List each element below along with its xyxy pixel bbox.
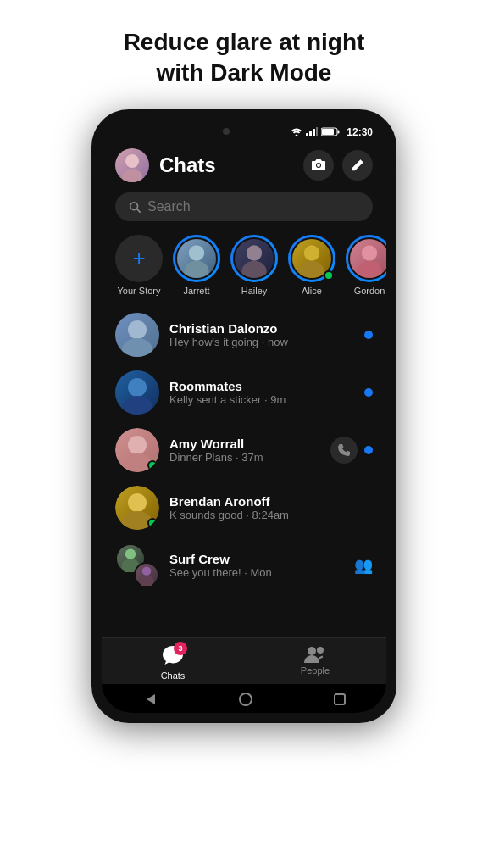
svg-point-24 xyxy=(128,378,147,397)
phone-screen: 12:30 Chats xyxy=(102,120,386,713)
unread-dot-roommates xyxy=(364,388,373,397)
your-story[interactable]: + Your Story xyxy=(115,235,163,296)
stories-row: + Your Story Jarrett xyxy=(102,228,386,306)
camera-button[interactable] xyxy=(303,150,334,181)
people-nav-icon xyxy=(304,645,326,664)
chat-item-brendan[interactable]: Brendan Aronoff K sounds good · 8:24am xyxy=(102,479,386,537)
svg-point-18 xyxy=(304,245,319,260)
chat-preview-christian: Hey how's it going · now xyxy=(169,336,354,348)
chat-avatar-roommates xyxy=(115,370,159,415)
chat-name-christian: Christian Dalonzo xyxy=(169,321,354,336)
camera-icon xyxy=(311,159,326,171)
amy-online-dot xyxy=(147,460,158,470)
phone-icon xyxy=(337,443,351,457)
chat-preview-brendan: K sounds good · 8:24am xyxy=(169,509,373,521)
header-actions xyxy=(303,150,373,181)
chat-item-surfcrew[interactable]: Surf Crew See you there! · Mon 👥 xyxy=(102,537,386,594)
chat-name-roommates: Roommates xyxy=(169,379,354,393)
svg-point-8 xyxy=(125,154,139,168)
unread-dot-christian xyxy=(364,331,373,339)
chat-list: Christian Dalonzo Hey how's it going · n… xyxy=(102,306,386,637)
android-nav-bar xyxy=(102,684,386,713)
recents-icon[interactable] xyxy=(333,693,347,706)
story-hailey[interactable]: Hailey xyxy=(230,235,278,296)
svg-point-35 xyxy=(317,647,324,654)
svg-rect-4 xyxy=(316,127,318,136)
story-jarrett[interactable]: Jarrett xyxy=(173,235,220,296)
bottom-nav: 3 Chats People xyxy=(102,637,386,684)
call-button-amy[interactable] xyxy=(330,437,358,464)
chat-avatar-brendan xyxy=(115,486,159,530)
camera-dot xyxy=(223,128,230,135)
header-title: Chats xyxy=(159,153,293,177)
chat-item-christian[interactable]: Christian Dalonzo Hey how's it going · n… xyxy=(102,306,386,364)
nav-people[interactable]: People xyxy=(244,645,386,681)
chat-item-roommates[interactable]: Roommates Kelly sent a sticker · 9m xyxy=(102,364,386,421)
chat-item-amy[interactable]: Amy Worrall Dinner Plans · 37m xyxy=(102,421,386,479)
battery-icon xyxy=(321,127,340,136)
chat-info-christian: Christian Dalonzo Hey how's it going · n… xyxy=(169,321,354,348)
phone-frame: 12:30 Chats xyxy=(92,109,396,723)
svg-point-31 xyxy=(125,548,136,559)
chat-info-roommates: Roommates Kelly sent a sticker · 9m xyxy=(169,379,354,406)
svg-rect-6 xyxy=(322,129,334,135)
header: Chats xyxy=(102,142,386,189)
nav-chats-icon-wrap: 3 xyxy=(162,645,184,669)
svg-point-23 xyxy=(122,338,152,357)
svg-point-21 xyxy=(357,261,381,278)
svg-point-34 xyxy=(308,647,316,655)
chat-avatar-surfcrew xyxy=(115,543,159,587)
svg-point-22 xyxy=(128,320,147,339)
svg-point-0 xyxy=(296,134,298,136)
nav-chats[interactable]: 3 Chats xyxy=(102,645,244,681)
chat-actions-surfcrew: 👥 xyxy=(354,556,373,575)
your-story-label: Your Story xyxy=(118,286,161,296)
svg-marker-36 xyxy=(147,694,155,704)
svg-point-28 xyxy=(128,493,147,512)
alice-online-dot xyxy=(324,270,334,281)
chat-name-brendan: Brendan Aronoff xyxy=(169,494,373,509)
svg-point-14 xyxy=(189,245,204,260)
status-icons: 12:30 xyxy=(291,126,373,138)
status-bar: 12:30 xyxy=(102,120,386,142)
chat-avatar-amy xyxy=(115,428,159,472)
brendan-online-dot xyxy=(147,518,158,528)
story-hailey-label: Hailey xyxy=(241,286,268,296)
svg-rect-38 xyxy=(335,694,345,704)
page-headline: Reduce glare at night with Dark Mode xyxy=(90,0,399,109)
search-bar[interactable] xyxy=(115,192,373,221)
home-icon[interactable] xyxy=(237,691,254,708)
svg-point-19 xyxy=(299,261,324,278)
chat-actions-roommates xyxy=(364,388,373,397)
nav-chats-label: Chats xyxy=(161,670,186,681)
user-avatar[interactable] xyxy=(115,148,149,182)
svg-point-32 xyxy=(139,576,153,586)
svg-point-33 xyxy=(142,566,151,575)
unread-dot-amy xyxy=(364,446,373,454)
svg-rect-7 xyxy=(338,131,340,134)
chat-preview-roommates: Kelly sent a sticker · 9m xyxy=(169,393,354,406)
signal-icon xyxy=(306,127,318,136)
story-alice[interactable]: Alice xyxy=(288,235,336,296)
svg-point-25 xyxy=(122,396,152,415)
story-gordon-label: Gordon xyxy=(354,286,385,296)
edit-icon xyxy=(351,159,364,172)
svg-point-26 xyxy=(128,436,147,454)
svg-point-9 xyxy=(122,169,142,182)
edit-button[interactable] xyxy=(342,150,373,181)
nav-people-label: People xyxy=(301,665,330,676)
chat-info-surfcrew: Surf Crew See you there! · Mon xyxy=(169,552,344,579)
status-time: 12:30 xyxy=(347,126,373,138)
search-input[interactable] xyxy=(147,199,359,214)
svg-rect-2 xyxy=(309,131,312,136)
svg-point-17 xyxy=(241,261,266,278)
svg-line-13 xyxy=(137,209,141,212)
chat-actions-christian xyxy=(364,331,373,339)
story-jarrett-label: Jarrett xyxy=(183,286,209,296)
svg-rect-3 xyxy=(313,129,315,136)
wifi-icon xyxy=(291,128,302,136)
story-gordon[interactable]: Gordon xyxy=(346,235,386,296)
app-content: Chats xyxy=(102,142,386,713)
back-icon[interactable] xyxy=(141,691,158,708)
svg-point-15 xyxy=(184,261,208,278)
